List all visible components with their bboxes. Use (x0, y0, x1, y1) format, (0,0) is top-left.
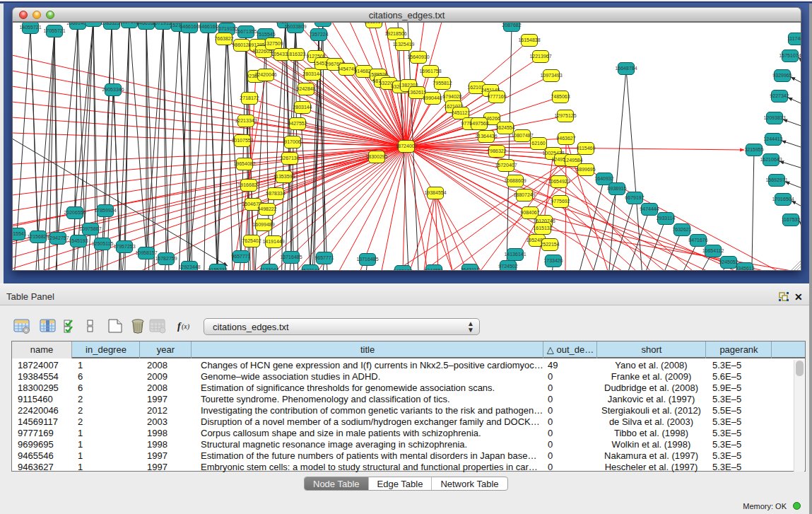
svg-text:16033809: 16033809 (284, 24, 306, 29)
svg-text:9427552: 9427552 (288, 121, 307, 126)
svg-text:8990448: 8990448 (423, 95, 442, 100)
svg-text:10107553: 10107553 (231, 138, 253, 143)
svg-text:62160: 62160 (531, 141, 546, 146)
svg-text:9245052: 9245052 (719, 259, 738, 264)
svg-text:17859924: 17859924 (94, 208, 116, 213)
svg-text:7357224: 7357224 (309, 32, 328, 37)
svg-text:9084067: 9084067 (520, 210, 539, 215)
svg-text:14055721: 14055721 (19, 25, 41, 30)
svg-text:12975125: 12975125 (554, 113, 576, 118)
svg-text:1733426: 1733426 (543, 258, 563, 263)
svg-text:1816323: 1816323 (286, 52, 305, 57)
svg-text:21364436: 21364436 (475, 134, 497, 139)
svg-text:12156829: 12156829 (27, 234, 49, 239)
svg-text:9657771: 9657771 (314, 255, 334, 260)
svg-text:10654112: 10654112 (702, 248, 724, 253)
svg-text:29053346: 29053346 (102, 87, 124, 92)
svg-text:2803144: 2803144 (302, 71, 322, 76)
svg-text:17055721: 17055721 (43, 28, 65, 33)
svg-text:12213967: 12213967 (529, 54, 551, 59)
svg-text:1167533: 1167533 (782, 217, 801, 222)
svg-text:12505115: 12505115 (92, 241, 114, 246)
svg-text:9345613: 9345613 (735, 266, 754, 271)
svg-text:1327509: 1327509 (264, 41, 283, 46)
svg-text:15692971: 15692971 (765, 177, 787, 182)
svg-text:7625402: 7625402 (242, 238, 261, 243)
svg-text:2803144: 2803144 (293, 105, 312, 110)
svg-text:15751074: 15751074 (779, 53, 801, 58)
svg-text:19166827: 19166827 (237, 182, 259, 187)
svg-text:8938915: 8938915 (607, 186, 626, 191)
svg-text:16210643: 16210643 (760, 157, 782, 162)
svg-text:9227342: 9227342 (770, 93, 789, 98)
svg-text:12942757: 12942757 (47, 235, 69, 240)
svg-text:16099489: 16099489 (252, 222, 274, 227)
svg-text:9474444: 9474444 (640, 206, 659, 211)
svg-text:3267130: 3267130 (280, 156, 299, 160)
svg-text:2087682: 2087682 (502, 23, 521, 28)
svg-text:9242848: 9242848 (296, 86, 315, 91)
svg-text:16154838: 16154838 (518, 37, 540, 42)
svg-text:6497568: 6497568 (469, 121, 488, 126)
svg-text:7986322: 7986322 (487, 148, 506, 153)
svg-text:19654082: 19654082 (233, 161, 255, 166)
svg-text:16782759: 16782759 (155, 256, 177, 261)
svg-text:19218506: 19218506 (384, 31, 406, 36)
svg-text:22420046: 22420046 (254, 72, 276, 77)
svg-text:16671355: 16671355 (235, 29, 257, 34)
svg-text:7515545: 7515545 (256, 32, 275, 37)
svg-text:1249584: 1249584 (563, 158, 582, 163)
svg-text:14136141: 14136141 (504, 252, 526, 257)
svg-text:17016504: 17016504 (772, 197, 794, 201)
svg-text:3915541: 3915541 (12, 231, 27, 236)
svg-text:16648784: 16648784 (615, 66, 637, 71)
svg-text:18300295: 18300295 (365, 154, 387, 159)
svg-text:18724007: 18724007 (395, 144, 417, 148)
svg-text:9775692: 9775692 (551, 199, 570, 204)
svg-text:2933114: 2933114 (657, 216, 676, 221)
svg-text:1640932: 1640932 (594, 176, 613, 181)
svg-text:10973493: 10973493 (540, 73, 562, 78)
svg-text:20206556: 20206556 (64, 210, 86, 215)
svg-text:9724502: 9724502 (498, 264, 517, 269)
svg-text:3215955: 3215955 (744, 147, 763, 152)
svg-text:2718172: 2718172 (240, 95, 259, 100)
svg-text:1545193: 1545193 (69, 238, 88, 243)
svg-text:2451121: 2451121 (452, 110, 471, 115)
svg-text:7663822: 7663822 (214, 36, 233, 41)
svg-text:3624554: 3624554 (495, 125, 514, 130)
svg-text:17957253: 17957253 (113, 244, 135, 249)
svg-text:2522154: 2522154 (540, 242, 559, 247)
svg-text:1362615: 1362615 (407, 90, 426, 95)
svg-text:10654923: 10654923 (548, 179, 570, 184)
svg-text:13716485: 13716485 (356, 257, 378, 262)
svg-text:12213343: 12213343 (235, 118, 257, 123)
svg-text:18807249: 18807249 (513, 192, 535, 197)
svg-text:1244413: 1244413 (763, 136, 782, 141)
svg-text:7485063: 7485063 (551, 94, 570, 99)
svg-text:15640910: 15640910 (407, 54, 429, 59)
svg-text:12923448: 12923448 (178, 264, 200, 269)
svg-text:15720407: 15720407 (495, 163, 517, 168)
svg-text:19384554: 19384554 (424, 190, 446, 195)
svg-text:9657771: 9657771 (231, 254, 250, 259)
svg-text:(x): (x) (182, 322, 190, 331)
svg-text:8471676: 8471676 (688, 238, 707, 243)
svg-text:6794028: 6794028 (442, 94, 461, 99)
svg-text:6679197: 6679197 (625, 195, 644, 200)
svg-text:6899695: 6899695 (576, 167, 595, 172)
svg-text:10975867: 10975867 (79, 226, 101, 231)
svg-text:16961758: 16961758 (419, 69, 441, 74)
svg-text:13716485: 13716485 (280, 255, 302, 259)
svg-text:10688609: 10688609 (504, 178, 526, 183)
svg-text:10958157: 10958157 (135, 250, 157, 255)
svg-text:5498222: 5498222 (257, 206, 276, 211)
svg-text:12093833: 12093833 (763, 115, 785, 120)
svg-text:9115460: 9115460 (577, 146, 596, 151)
svg-text:7632621: 7632621 (672, 227, 691, 232)
svg-text:1615132: 1615132 (533, 226, 552, 230)
svg-text:9777169: 9777169 (487, 94, 506, 99)
svg-text:6466160: 6466160 (180, 24, 199, 29)
svg-text:11353594: 11353594 (273, 174, 295, 179)
svg-text:5878334: 5878334 (266, 191, 285, 196)
